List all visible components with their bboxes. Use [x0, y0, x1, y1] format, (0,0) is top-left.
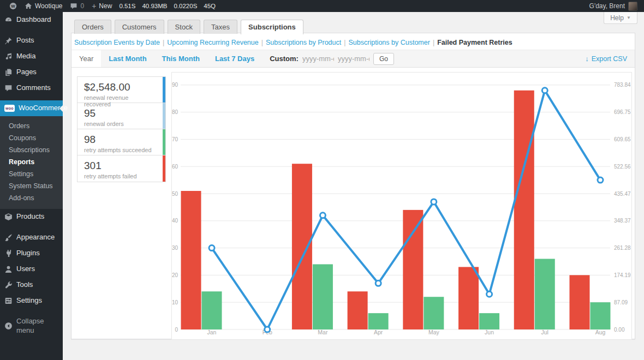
svg-text:Apr: Apr	[374, 329, 383, 335]
new-label: New	[99, 2, 112, 10]
subnav-separator: |	[433, 39, 434, 46]
svg-text:696.75: 696.75	[614, 109, 631, 115]
svg-text:50: 50	[172, 191, 178, 197]
products-icon	[4, 213, 13, 221]
chart-legend: $2,548.00 renewal revenue recovered 95 r…	[77, 76, 166, 182]
range-year[interactable]: Year	[71, 50, 101, 67]
sidebar-item-woocommerce[interactable]: woo WooCommerce	[0, 100, 63, 116]
svg-text:348.37: 348.37	[614, 218, 631, 224]
site-name: Wootique	[35, 2, 62, 10]
wordpress-logo-menu[interactable]: W	[5, 0, 21, 12]
subnav-current-failed-payment-retries: Failed Payment Retries	[437, 39, 512, 46]
svg-text:435.47: 435.47	[614, 191, 631, 197]
user-icon	[4, 265, 13, 273]
sidebar-item-label: Settings	[16, 296, 42, 305]
plugin-icon	[4, 249, 13, 257]
admin-sidebar: Dashboard Posts Media Pages Comments woo…	[0, 12, 63, 360]
plus-icon: +	[92, 2, 96, 10]
svg-text:90: 90	[172, 82, 178, 88]
site-name-menu[interactable]: Wootique	[21, 0, 66, 12]
perf-stat-queries: 45q	[200, 3, 219, 9]
svg-text:Aug: Aug	[595, 329, 606, 335]
comments-icon	[4, 84, 13, 92]
sidebar-item-comments[interactable]: Comments	[0, 80, 63, 96]
sidebar-item-posts[interactable]: Posts	[0, 33, 63, 49]
range-this-month[interactable]: This Month	[154, 50, 207, 67]
sidebar-item-label: Collapse menu	[16, 317, 58, 335]
subnav-link-upcoming-recurring-revenue[interactable]: Upcoming Recurring Revenue	[167, 39, 258, 46]
submenu-item-system-status[interactable]: System Status	[0, 180, 63, 192]
svg-text:Jul: Jul	[541, 329, 548, 335]
custom-date-to-input[interactable]	[338, 53, 369, 64]
sidebar-item-label: WooCommerce	[19, 104, 68, 113]
submenu-item-addons[interactable]: Add-ons	[0, 192, 63, 204]
legend-label: retry attempts succeeded	[84, 147, 156, 153]
sidebar-item-products[interactable]: Products	[0, 209, 63, 225]
subnav-link-subscriptions-by-customer[interactable]: Subscriptions by Customer	[349, 39, 430, 46]
sidebar-item-label: Appearance	[16, 233, 55, 242]
sidebar-item-users[interactable]: Users	[0, 261, 63, 277]
svg-text:May: May	[428, 329, 440, 335]
svg-text:Mar: Mar	[318, 329, 328, 335]
svg-text:W: W	[11, 4, 15, 9]
account-menu[interactable]: G'day, Brent	[589, 2, 639, 11]
sidebar-item-media[interactable]: Media	[0, 49, 63, 64]
sidebar-item-dashboard[interactable]: Dashboard	[0, 12, 63, 28]
submenu-item-orders[interactable]: Orders	[0, 120, 63, 132]
new-content-menu[interactable]: + New	[88, 0, 116, 12]
svg-text:522.56: 522.56	[614, 164, 631, 170]
tab-stock[interactable]: Stock	[168, 20, 201, 34]
tab-orders[interactable]: Orders	[74, 20, 111, 34]
custom-date-from-input[interactable]	[302, 53, 334, 64]
export-csv-label: Export CSV	[592, 55, 627, 63]
subnav-separator: |	[261, 39, 263, 46]
tab-customers[interactable]: Customers	[115, 20, 164, 34]
sidebar-item-label: Posts	[16, 36, 34, 45]
tab-taxes[interactable]: Taxes	[204, 20, 237, 34]
legend-value: 95	[84, 107, 156, 119]
sidebar-item-label: Tools	[16, 280, 33, 290]
submenu-item-reports[interactable]: Reports	[0, 156, 63, 168]
legend-color-stripe	[163, 103, 165, 129]
sidebar-item-label: Products	[16, 212, 44, 221]
range-last-7-days[interactable]: Last 7 Days	[207, 50, 262, 67]
sidebar-item-pages[interactable]: Pages	[0, 64, 63, 80]
help-button[interactable]: Help ▼	[604, 12, 637, 24]
subnav-link-events-by-date[interactable]: Subscription Events by Date	[74, 39, 160, 46]
sidebar-item-settings[interactable]: Settings	[0, 293, 63, 309]
sidebar-item-tools[interactable]: Tools	[0, 277, 63, 293]
sidebar-item-collapse-menu[interactable]: Collapse menu	[0, 314, 63, 339]
wrench-icon	[4, 281, 13, 289]
svg-text:261.28: 261.28	[614, 245, 631, 251]
svg-text:87.09: 87.09	[614, 299, 628, 305]
report-subnav: Subscription Events by Date|Upcoming Rec…	[71, 33, 635, 46]
admin-bar: W Wootique 0 + New 0.51s 40.93mb 0.0220s…	[0, 0, 644, 12]
sidebar-item-appearance[interactable]: Appearance	[0, 230, 63, 245]
submenu-item-subscriptions[interactable]: Subscriptions	[0, 144, 63, 156]
sidebar-item-plugins[interactable]: Plugins	[0, 245, 63, 261]
legend-item-revenue-recovered[interactable]: $2,548.00 renewal revenue recovered	[77, 77, 165, 103]
subnav-link-subscriptions-by-product[interactable]: Subscriptions by Product	[266, 39, 341, 46]
legend-item-renewal-orders[interactable]: 95 renewal orders	[77, 103, 165, 129]
legend-item-retries-succeeded[interactable]: 98 retry attempts succeeded	[77, 129, 165, 155]
tab-subscriptions[interactable]: Subscriptions	[241, 20, 303, 34]
perf-stat-time: 0.51s	[116, 3, 139, 9]
comments-menu[interactable]: 0	[66, 0, 88, 12]
subnav-separator: |	[163, 39, 164, 46]
sidebar-item-label: Plugins	[16, 249, 40, 258]
legend-label: renewal orders	[84, 121, 156, 127]
legend-item-retries-failed[interactable]: 301 retry attempts failed	[77, 155, 165, 182]
export-csv-link[interactable]: ↓ Export CSV	[585, 50, 635, 67]
download-icon: ↓	[585, 55, 589, 63]
submenu-item-coupons[interactable]: Coupons	[0, 132, 63, 144]
svg-text:Jan: Jan	[207, 329, 217, 335]
range-last-month[interactable]: Last Month	[101, 50, 154, 67]
svg-text:80: 80	[172, 109, 178, 115]
svg-text:60: 60	[172, 164, 178, 170]
go-button[interactable]: Go	[373, 53, 394, 65]
svg-text:70: 70	[172, 136, 178, 142]
submenu-item-settings[interactable]: Settings	[0, 168, 63, 180]
sidebar-item-label: Media	[16, 52, 35, 61]
retries-chart[interactable]: 00.001087.0920174.1930261.2840348.375043…	[172, 73, 631, 339]
pages-icon	[4, 68, 13, 76]
